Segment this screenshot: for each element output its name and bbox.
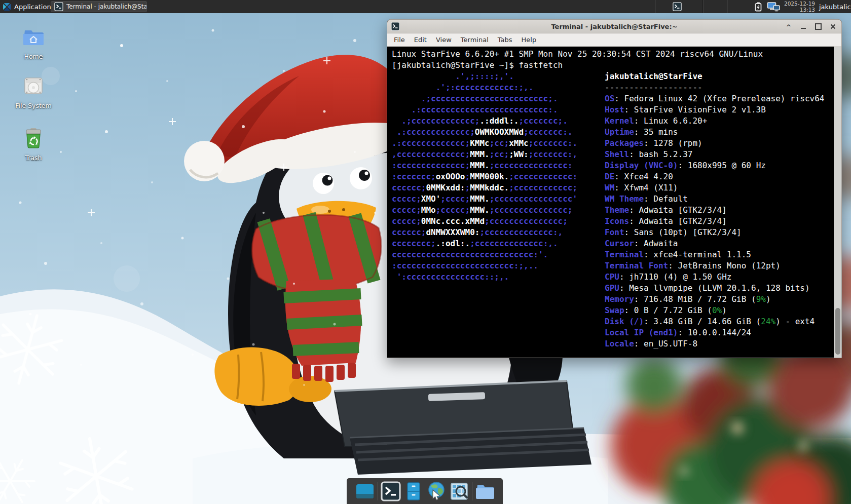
terminal-line: OS: Fedora Linux 42 (Xfce Prerelease) ri…: [605, 93, 824, 104]
menu-item-terminal[interactable]: Terminal: [456, 34, 493, 45]
home-folder-icon: [22, 41, 45, 51]
terminal-line: [jakubtalich@StarFive ~]$ fastfetch: [392, 60, 834, 71]
scrollbar-thumb[interactable]: [835, 308, 840, 355]
terminal-line: Terminal: xfce4-terminal 1.1.5: [605, 249, 824, 260]
dock-launcher-folder[interactable]: [475, 481, 495, 501]
desktop-icon-trash[interactable]: Trash: [11, 127, 56, 162]
terminal-line: Font: Sans (10pt) [GTK2/3/4]: [605, 227, 824, 238]
file-cabinet-icon: [403, 481, 424, 501]
terminal-line: Host: StarFive VisionFive 2 v1.3B: [605, 104, 824, 115]
terminal-header-lines: Linux StarFive 6.6.20+ #1 SMP Mon Nov 25…: [392, 49, 834, 71]
clock-date: 2025-12-19: [784, 1, 815, 7]
dock-launcher-show-desktop[interactable]: [355, 481, 375, 501]
taskbar-window-button[interactable]: Terminal - jakubtalich@Sta...: [51, 1, 147, 12]
clock-time: 13:13: [784, 7, 815, 13]
window-controls: ^: [785, 20, 836, 33]
applications-menu-icon: [3, 3, 11, 11]
terminal-line: WM: Xfwm4 (X11): [605, 182, 824, 193]
hard-drive-icon: [22, 90, 45, 100]
terminal-content[interactable]: Linux StarFive 6.6.20+ #1 SMP Mon Nov 25…: [387, 47, 834, 358]
dock-separator: [472, 482, 472, 500]
desktop-icon-home[interactable]: Home: [11, 25, 56, 60]
close-icon[interactable]: [829, 22, 836, 30]
terminal-scrollbar[interactable]: [834, 47, 841, 358]
fastfetch-info: jakubtalich@StarFive--------------------…: [605, 71, 824, 350]
terminal-line: WM Theme: Default: [605, 193, 824, 205]
dock-launcher-terminal[interactable]: [381, 481, 401, 501]
dock-launcher-file-cabinet[interactable]: [403, 481, 424, 501]
terminal-line: jakubtalich@StarFive: [605, 71, 824, 82]
web-browser-icon: [426, 481, 447, 501]
terminal-line: Icons: Adwaita [GTK2/3/4]: [605, 216, 824, 227]
panel-separator: [655, 0, 655, 13]
panel-separator: [702, 0, 703, 13]
terminal-line: Linux StarFive 6.6.20+ #1 SMP Mon Nov 25…: [392, 49, 834, 60]
terminal-icon: [391, 22, 400, 31]
battery-icon[interactable]: [753, 2, 763, 13]
terminal-line: Disk (/): 3.48 GiB / 14.66 GiB (24%) - e…: [605, 316, 824, 327]
maximize-icon[interactable]: [815, 22, 822, 30]
terminal-line: DE: Xfce4 4.20: [605, 171, 824, 182]
username-label: jakubtalich: [819, 0, 851, 13]
shade-icon[interactable]: ^: [785, 22, 792, 31]
terminal-line: CPU: jh7110 (4) @ 1.50 GHz: [605, 272, 824, 283]
menu-item-edit[interactable]: Edit: [410, 34, 431, 45]
minimize-icon[interactable]: [800, 22, 807, 30]
menu-item-file[interactable]: File: [389, 34, 410, 45]
clock[interactable]: 2025-12-19 13:13: [784, 1, 815, 13]
menu-item-help[interactable]: Help: [517, 34, 541, 45]
terminal-line: Locale: en_US.UTF-8: [605, 338, 824, 350]
terminal-window[interactable]: Terminal - jakubtalich@StarFive:~ ^ File…: [387, 19, 842, 358]
trash-icon: [22, 142, 45, 152]
terminal-icon: [381, 481, 401, 501]
applications-label: Applications: [14, 3, 54, 11]
terminal-line: --------------------: [605, 82, 824, 93]
desktop-icon-label: Home: [11, 53, 56, 60]
window-titlebar[interactable]: Terminal - jakubtalich@StarFive:~ ^: [387, 20, 841, 33]
terminal-line: Local IP (end1): 10.0.0.144/24: [605, 327, 824, 338]
terminal-line: Uptime: 35 mins: [605, 127, 824, 138]
terminal-line: Kernel: Linux 6.6.20+: [605, 115, 824, 127]
terminal-line: Terminal Font: JetBrains Mono (12pt): [605, 260, 824, 272]
terminal-line: Swap: 0 B / 7.72 GiB (0%): [605, 305, 824, 316]
desktop-icon-file-system[interactable]: File System: [11, 74, 56, 109]
desktop-icon-label: File System: [11, 102, 56, 109]
window-title: Terminal - jakubtalich@StarFive:~: [387, 23, 841, 30]
terminal-icon: [54, 2, 63, 11]
dock: [347, 478, 503, 504]
folder-icon: [475, 481, 495, 501]
dock-launcher-application-finder[interactable]: [449, 481, 469, 501]
top-panel: Applications Terminal - jakubtalich@Sta.…: [0, 0, 851, 13]
menu-item-view[interactable]: View: [431, 34, 456, 45]
show-desktop-icon: [355, 481, 375, 501]
displays-icon[interactable]: [767, 2, 781, 13]
terminal-line: Shell: bash 5.2.37: [605, 149, 824, 160]
tray-terminal-icon[interactable]: [672, 2, 683, 12]
menu-item-tabs[interactable]: Tabs: [493, 34, 517, 45]
terminal-line: GPU: Mesa llvmpipe (LLVM 20.1.6, 128 bit…: [605, 283, 824, 294]
panel-separator: [727, 0, 727, 13]
terminal-line: Packages: 1278 (rpm): [605, 138, 824, 149]
taskbar-window-label: Terminal - jakubtalich@Sta...: [66, 3, 147, 10]
menubar: FileEditViewTerminalTabsHelp: [387, 33, 841, 47]
terminal-line: Theme: Adwaita [GTK2/3/4]: [605, 205, 824, 216]
terminal-line: Cursor: Adwaita: [605, 238, 824, 249]
application-finder-icon: [449, 481, 469, 501]
dock-launcher-web-browser[interactable]: [426, 481, 447, 501]
terminal-line: Memory: 716.48 MiB / 7.72 GiB (9%): [605, 294, 824, 305]
dock-separator: [378, 482, 378, 500]
desktop-icon-label: Trash: [11, 154, 56, 162]
terminal-line: Display (VNC-0): 1680x995 @ 60 Hz: [605, 160, 824, 171]
